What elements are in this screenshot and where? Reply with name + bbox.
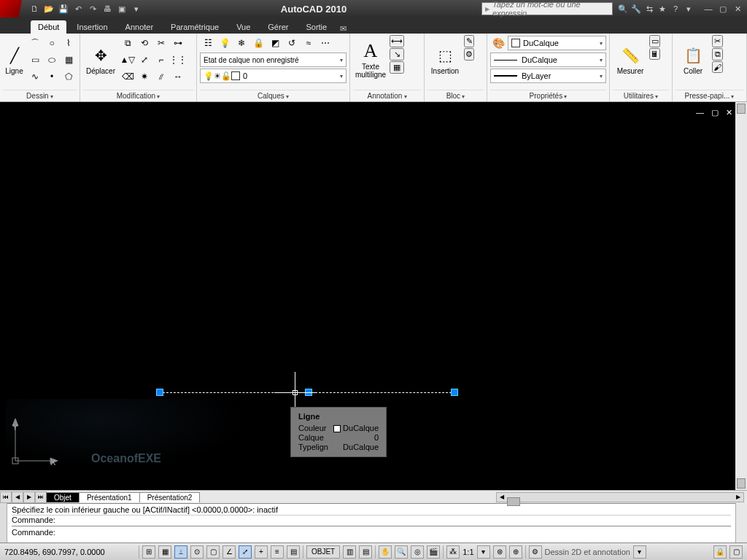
sheet-icon[interactable]: ▣ [115,2,128,15]
panel-title-annotation[interactable]: Annotation [353,90,421,101]
undo-icon[interactable]: ↶ [71,2,85,15]
measure-button[interactable]: 📏 Mesurer [613,35,648,85]
workspace-gear-icon[interactable]: ⚙ [529,545,542,559]
zoom-icon[interactable]: 🔍 [395,545,408,559]
layout-last-icon[interactable]: ⏭ [35,491,47,503]
new-icon[interactable]: 🗋 [28,2,41,15]
doc-max-icon[interactable]: ▢ [711,108,719,117]
arc-icon[interactable]: ⌒ [27,35,43,51]
pline-icon[interactable]: ⌇ [61,35,77,51]
cut-icon[interactable]: ✂ [712,35,723,47]
ortho-toggle[interactable]: ⟂ [174,545,187,559]
help-more-icon[interactable]: ▾ [683,4,694,14]
paste-button[interactable]: 📋 Coller [676,35,711,85]
annoscale-dd-icon[interactable]: ▾ [477,545,490,559]
app-menu-icon[interactable] [0,0,22,18]
vscroll-down-arrow[interactable] [737,478,746,489]
steering-icon[interactable]: ◎ [411,545,424,559]
copy-icon[interactable]: ⧉ [120,35,136,51]
doc-min-icon[interactable]: — [696,108,704,117]
tab-sortie[interactable]: Sortie [298,20,334,34]
qv-layouts-icon[interactable]: ▥ [343,545,356,559]
tab-gerer[interactable]: Gérer [260,20,295,34]
grid-toggle[interactable]: ▦ [158,545,171,559]
layer-iso-icon[interactable]: ◩ [267,35,283,51]
color-combo[interactable]: DuCalque [508,36,606,50]
stretch-icon[interactable]: ↔ [170,69,186,85]
dim-linear-icon[interactable]: ⟷ [390,35,404,47]
extend-icon[interactable]: ⊶ [170,35,186,51]
point-icon[interactable]: • [44,69,60,85]
polar-toggle[interactable]: ⊙ [190,545,204,559]
trim-icon[interactable]: ✂ [153,35,169,51]
cmd-prompt[interactable]: Commande: [12,526,731,537]
vscroll-up-arrow[interactable] [737,104,746,114]
quickcalc-icon[interactable]: 🖩 [649,48,660,60]
layout-tab-p2[interactable]: Présentation2 [139,492,201,502]
annoscale-icon[interactable]: ⁂ [446,545,460,559]
layout-next-icon[interactable]: ▶ [23,491,35,503]
layer-freeze-icon[interactable]: ❄ [233,35,249,51]
panel-title-modification[interactable]: Modification [83,90,193,101]
panel-title-utilitaires[interactable]: Utilitaires [613,90,669,101]
erase-icon[interactable]: ⌫ [120,69,136,85]
close-icon[interactable]: ✕ [731,4,744,14]
grip-start[interactable] [156,389,163,396]
lock-ui-icon[interactable]: 🔒 [713,545,727,559]
annoauto-icon[interactable]: ⊕ [509,545,522,559]
layout-prev-icon[interactable]: ◀ [12,491,23,503]
horizontal-scrollbar[interactable]: ◀ ▶ [496,492,744,502]
color-wheel-icon[interactable]: 🎨 [490,35,506,51]
spline-icon[interactable]: ∿ [27,69,43,85]
panel-title-calques[interactable]: Calques [200,90,347,101]
mtext-button[interactable]: A Texte multiligne [353,35,388,85]
drawing-area[interactable]: — ▢ ✕ Ligne CouleurDuCalque Calque0 Type… [0,102,747,490]
cmd-handle[interactable] [0,503,7,542]
layer-match-icon[interactable]: ≈ [301,35,317,51]
table-icon[interactable]: ▦ [390,61,404,74]
exchange-icon[interactable]: ⇆ [643,4,655,14]
panel-title-dessin[interactable]: Dessin [3,90,77,101]
qat-more-icon[interactable]: ▾ [130,2,143,15]
layer-on-icon[interactable]: 💡 [217,35,233,51]
offset-icon[interactable]: ⫽ [153,69,169,85]
maximize-icon[interactable]: ▢ [716,4,729,14]
hscroll-right-icon[interactable]: ▶ [733,494,743,500]
tab-parametrique[interactable]: Paramétrique [163,20,226,34]
annotation-scale[interactable]: 1:1 [462,548,473,556]
layout-tab-objet[interactable]: Objet [46,492,80,502]
copy-clip-icon[interactable]: ⧉ [712,48,723,61]
otrack-toggle[interactable]: ∠ [222,545,236,559]
favorite-icon[interactable]: ★ [657,4,668,14]
explode-icon[interactable]: ✷ [136,69,152,85]
workspace-dd-icon[interactable]: ▾ [633,545,646,559]
block-create-icon[interactable]: ✎ [464,35,474,47]
annovis-icon[interactable]: ⊛ [493,545,506,559]
leader-icon[interactable]: ↘ [390,48,404,61]
layer-state-combo[interactable]: Etat de calque non enregistré [200,52,347,67]
coordinates[interactable]: 720.8495, 690.7997, 0.0000 [4,548,136,556]
matchprop-icon[interactable]: 🖌 [712,61,723,73]
layer-prev-icon[interactable]: ↺ [284,35,300,51]
array-icon[interactable]: ⋮⋮ [170,52,186,68]
hatch-icon[interactable]: ▦ [61,52,77,68]
layer-more-icon[interactable]: ⋯ [317,35,333,51]
move-button[interactable]: ✥ Déplacer [83,35,118,85]
mirror-icon[interactable]: ▲▽ [120,52,136,68]
rotate-icon[interactable]: ⟲ [136,35,152,51]
layout-first-icon[interactable]: ⏮ [0,491,12,503]
select-icon[interactable]: ▭ [649,35,660,47]
infocenter-search[interactable]: Tapez un mot-clé ou une expressio [481,2,613,15]
layer-current-combo[interactable]: 💡 ☀ 🔓 0 [200,69,347,83]
key-icon[interactable]: 🔧 [630,4,642,14]
tab-vue[interactable]: Vue [229,20,258,34]
showmotion-icon[interactable]: 🎬 [427,545,440,559]
minimize-icon[interactable]: — [702,4,715,14]
tab-insertion[interactable]: Insertion [69,20,115,34]
lwt-toggle[interactable]: ≡ [271,545,284,559]
tab-debut[interactable]: Début [31,20,66,34]
qp-toggle[interactable]: ▤ [287,545,300,559]
scale-icon[interactable]: ⤢ [136,52,152,68]
circle-icon[interactable]: ○ [44,35,60,51]
fillet-icon[interactable]: ⌐ [153,52,169,68]
